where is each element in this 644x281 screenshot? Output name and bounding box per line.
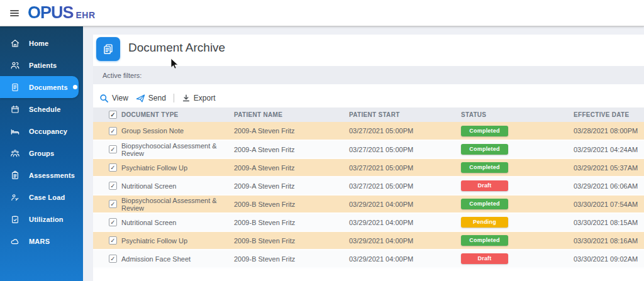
table-row[interactable]: ✓ Psychiatric Follow Up 2009-B Steven Fr… <box>93 231 644 250</box>
row-checkbox[interactable]: ✓ <box>109 163 117 172</box>
table-row[interactable]: ✓ Biopsychosocial Assessment & Review 20… <box>93 140 644 158</box>
hamburger-menu-icon[interactable] <box>10 9 19 18</box>
status-badge: Pending <box>461 217 508 228</box>
top-bar: OPUS EHR <box>0 0 644 26</box>
cell-patient-start: 03/29/2021 04:00PM <box>349 231 461 250</box>
documents-icon <box>10 82 21 92</box>
cell-effective-date: 03/29/2021 06:06AM <box>574 177 644 195</box>
row-checkbox[interactable]: ✓ <box>109 236 117 245</box>
sidebar-item-home[interactable]: Home <box>0 32 83 54</box>
status-badge: Draft <box>461 180 508 191</box>
active-filters-label: Active filters: <box>103 72 142 79</box>
sidebar-item-groups[interactable]: Groups <box>0 142 83 164</box>
sidebar-item-label: Schedule <box>29 106 61 113</box>
cell-patient-start: 03/27/2021 05:00PM <box>349 122 461 140</box>
cell-effective-date: 03/30/2021 07:54AM <box>574 195 644 213</box>
send-button[interactable]: Send <box>132 92 170 105</box>
sidebar-item-label: Patients <box>29 62 57 69</box>
sidebar-item-label: Utilization <box>29 216 64 223</box>
page-header: Document Archive <box>93 35 644 65</box>
cell-effective-date: 03/29/2021 05:37AM <box>574 158 644 177</box>
status-badge: Completed <box>461 144 508 155</box>
cell-patient-name: 2009-B Steven Fritz <box>234 195 349 213</box>
table-row[interactable]: ✓ Admission Face Sheet 2009-B Steven Fri… <box>93 250 644 268</box>
column-patient-start[interactable]: PATIENT START <box>349 107 461 122</box>
table-row[interactable]: ✓ Biopsychosocial Assessment & Review 20… <box>93 195 644 213</box>
patients-icon <box>10 60 21 70</box>
row-checkbox[interactable]: ✓ <box>109 182 117 190</box>
page-title: Document Archive <box>128 41 225 55</box>
sidebar-item-occupancy[interactable]: Occupancy <box>0 120 83 142</box>
app-logo: OPUS EHR <box>28 3 96 23</box>
sidebar-item-case-load[interactable]: Case Load <box>0 186 83 208</box>
cell-patient-name: 2009-A Steven Fritz <box>234 158 349 177</box>
download-icon <box>182 94 191 102</box>
column-document-type[interactable]: DOCUMENT TYPE <box>121 107 234 122</box>
row-checkbox[interactable]: ✓ <box>109 145 117 153</box>
table-row[interactable]: ✓ Group Session Note 2009-A Steven Fritz… <box>93 122 644 140</box>
cell-effective-date: 03/30/2021 09:02AM <box>574 250 644 268</box>
sidebar-item-label: MARS <box>29 238 50 245</box>
cell-document-type: Psychiatric Follow Up <box>121 158 234 177</box>
cell-effective-date: 03/28/2021 08:00PM <box>574 122 644 140</box>
column-patient-name[interactable]: PATIENT NAME <box>234 107 349 122</box>
caseload-icon <box>10 192 21 202</box>
view-button[interactable]: View <box>96 92 132 105</box>
mars-icon <box>10 236 21 246</box>
utilization-icon <box>10 214 21 224</box>
cell-effective-date: 03/30/2021 08:16AM <box>574 231 644 250</box>
cell-effective-date: 03/30/2021 08:15AM <box>574 213 644 231</box>
cell-patient-name: 2009-B Steven Fritz <box>234 231 349 250</box>
document-archive-panel: Document Archive Active filters: View Se… <box>93 35 644 281</box>
export-button[interactable]: Export <box>178 92 219 104</box>
sidebar-item-label: Assessments <box>29 172 75 179</box>
table-header-row: ✓ DOCUMENT TYPE PATIENT NAME PATIENT STA… <box>93 107 644 122</box>
row-checkbox[interactable]: ✓ <box>109 218 117 226</box>
row-checkbox[interactable]: ✓ <box>109 255 117 263</box>
sidebar-item-label: Case Load <box>29 194 65 201</box>
logo-text: OPUS <box>28 3 74 23</box>
sidebar-item-assessments[interactable]: Assessments <box>0 164 83 186</box>
toolbar-divider <box>174 94 174 102</box>
status-badge: Completed <box>461 235 508 246</box>
sidebar-item-documents[interactable]: Documents <box>0 76 79 98</box>
row-checkbox[interactable]: ✓ <box>109 127 117 135</box>
cell-document-type: Nutritional Screen <box>121 213 234 231</box>
cell-document-type: Group Session Note <box>121 122 234 140</box>
table-row[interactable]: ✓ Nutritional Screen 2009-B Steven Fritz… <box>93 213 644 231</box>
cell-patient-name: 2009-B Steven Fritz <box>234 213 349 231</box>
status-badge: Draft <box>461 253 508 264</box>
cell-patient-name: 2009-A Steven Fritz <box>234 140 349 158</box>
active-dot <box>73 85 77 89</box>
table-row[interactable]: ✓ Nutritional Screen 2009-A Steven Fritz… <box>93 177 644 195</box>
cell-patient-start: 03/27/2021 05:00PM <box>349 177 461 195</box>
cell-patient-start: 03/29/2021 04:00PM <box>349 213 461 231</box>
sidebar-item-label: Documents <box>29 84 68 91</box>
export-label: Export <box>194 94 216 102</box>
cell-patient-name: 2009-B Steven Fritz <box>234 250 349 268</box>
sidebar-item-label: Groups <box>29 150 54 157</box>
sidebar-item-patients[interactable]: Patients <box>0 54 83 76</box>
status-badge: Completed <box>461 126 508 136</box>
sidebar-item-label: Occupancy <box>29 128 67 135</box>
sidebar-item-mars[interactable]: MARS <box>0 230 83 252</box>
sidebar-item-utilization[interactable]: Utilization <box>0 208 83 230</box>
document-archive-icon <box>96 37 120 61</box>
groups-icon <box>10 148 21 158</box>
select-all-checkbox[interactable]: ✓ <box>109 111 117 119</box>
schedule-icon <box>10 104 21 114</box>
cell-effective-date: 03/29/2021 04:24AM <box>574 140 644 158</box>
row-checkbox[interactable]: ✓ <box>109 200 117 208</box>
cell-patient-start: 03/29/2021 04:00PM <box>349 195 461 213</box>
column-effective-date[interactable]: EFFECTIVE DATE <box>574 107 644 122</box>
paper-plane-icon <box>136 94 145 103</box>
column-status[interactable]: STATUS <box>461 107 574 122</box>
sidebar-item-schedule[interactable]: Schedule <box>0 98 83 120</box>
sidebar-nav: Home Patients Documents Schedule Occupan… <box>0 26 83 281</box>
cell-document-type: Psychiatric Follow Up <box>121 231 234 250</box>
cell-patient-start: 03/27/2021 05:00PM <box>349 158 461 177</box>
table-row[interactable]: ✓ Psychiatric Follow Up 2009-A Steven Fr… <box>93 158 644 177</box>
cell-patient-start: 03/27/2021 05:00PM <box>349 140 461 158</box>
table-body: ✓ Group Session Note 2009-A Steven Fritz… <box>93 122 644 268</box>
view-label: View <box>112 94 128 102</box>
